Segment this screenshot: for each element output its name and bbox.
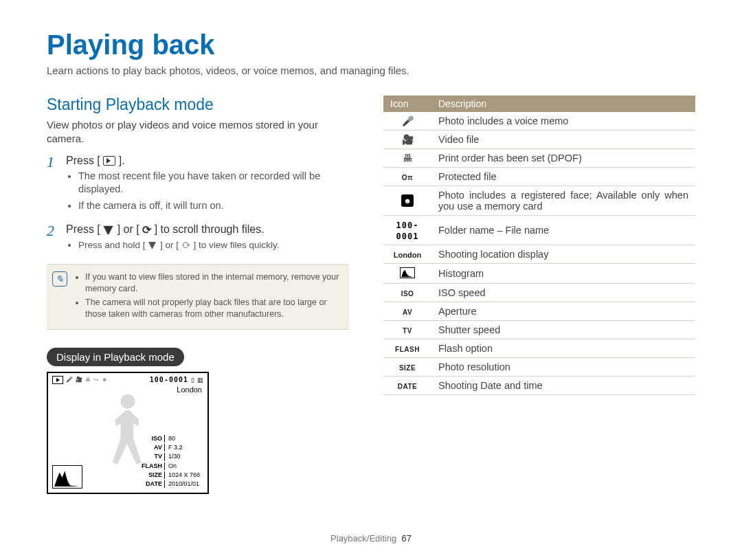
table-row: DATEShooting Date and time [383,377,695,395]
cell-description: Shutter speed [431,321,695,339]
th-description: Description [431,96,695,112]
cell-description: Photo includes a registered face; Availa… [431,186,695,216]
info-val-flash: On [166,462,202,470]
flash-bolt-icon: ⯆ [103,224,114,236]
face-icon: ☻ [383,186,431,216]
av-icon: AV [383,302,431,321]
size-icon: SIZE [383,358,431,377]
page-title: Playing back [47,30,695,60]
cell-description: Aperture [431,302,695,321]
location-icon: London [383,245,431,264]
cell-description: Photo includes a voice memo [431,112,695,131]
play-button-icon [103,156,115,166]
table-row: 🎥Video file [383,131,695,149]
screen-location: London [51,385,205,394]
table-row: FLASHFlash option [383,339,695,358]
folder-file-icon: 100-0001 [383,216,431,245]
page-footer: Playback/Editing 67 [0,533,742,544]
cell-description: Flash option [431,339,695,358]
step-2: 2 Press [ ⯆ ] or [ ⟳ ] to scroll through… [47,223,349,254]
timer-icon: ⟳ [142,223,151,236]
cell-description: ISO speed [431,284,695,302]
screen-histogram [52,465,82,489]
cell-description: Folder name – File name [431,216,695,245]
info-val-tv: 1/30 [166,453,202,460]
screen-folder-file: 100-0001 [150,376,188,383]
protected-icon: Oπ [383,168,431,186]
note-box: ✎ If you want to view files stored in th… [47,264,349,330]
info-label-iso: ISO [139,435,165,443]
screen-face-icon: ☻ [102,377,107,383]
step-1-text-a: Press [ [66,155,100,166]
table-row: AVAperture [383,302,695,321]
note-1: If you want to view files stored in the … [85,271,342,295]
page-intro: Learn actions to play back photos, video… [47,65,695,76]
info-label-date: DATE [139,480,165,488]
section-intro: View photos or play videos and voice mem… [47,118,349,146]
table-row: LondonShooting location display [383,245,695,264]
display-mode-heading: Display in Playback mode [47,348,184,366]
camera-screen: 🎤 🎥 🖶 🗝 ☻ 100-0001 ▯ ▥ London ISO80 [47,372,209,494]
info-val-av: F 3.2 [166,444,202,451]
step-1: 1 Press [ ]. The most recent file you ha… [47,155,349,216]
info-label-flash: FLASH [139,462,165,470]
screen-play-icon [52,376,63,384]
cell-description: Print order has been set (DPOF) [431,149,695,168]
video-icon: 🎥 [383,131,431,149]
step-1-bullet-2: If the camera is off, it will turn on. [78,199,349,213]
info-val-iso: 80 [166,435,202,443]
table-row: OπProtected file [383,168,695,186]
table-row: TVShutter speed [383,321,695,339]
cell-description: Video file [431,131,695,149]
info-label-av: AV [139,444,165,451]
tv-icon: TV [383,321,431,339]
icon-description-table: Icon Description 🎤Photo includes a voice… [383,96,695,395]
note-icon: ✎ [52,271,67,287]
info-label-size: SIZE [139,471,165,479]
step-2-text-a: Press [ [66,223,100,235]
screen-battery-icon: ▥ [197,377,203,383]
info-val-size: 1024 X 768 [166,471,202,479]
cell-description: Shooting Date and time [431,377,695,395]
th-icon: Icon [383,96,431,112]
cell-description: Shooting location display [431,245,695,264]
info-val-date: 2010/01/01 [166,480,202,488]
footer-section: Playback/Editing [330,533,396,544]
note-2: The camera will not properly play back f… [85,297,342,320]
screen-card-icon: ▯ [191,377,194,383]
voice-memo-icon: 🎤 [383,112,431,131]
print-icon: 🖶 [383,149,431,168]
cell-description: Histogram [431,264,695,284]
table-row: ISOISO speed [383,284,695,302]
cell-description: Protected file [431,168,695,186]
step-number: 1 [47,155,59,170]
screen-print-icon: 🖶 [85,377,91,383]
flash-icon: FLASH [383,339,431,358]
table-row: 🎤Photo includes a voice memo [383,112,695,131]
screen-mic-icon: 🎤 [66,377,73,383]
table-row: ☻Photo includes a registered face; Avail… [383,186,695,216]
screen-key-icon: 🗝 [93,377,99,383]
table-row: Histogram [383,264,695,284]
histogram-icon [383,264,431,284]
table-row: 100-0001Folder name – File name [383,216,695,245]
section-heading: Starting Playback mode [47,96,349,114]
screen-info-block: ISO80 AVF 3.2 TV1/30 FLASHOn SIZE1024 X … [138,434,203,490]
step-1-text-b: ]. [119,155,125,166]
footer-page-number: 67 [401,533,411,544]
date-icon: DATE [383,377,431,395]
info-label-tv: TV [139,453,165,460]
step-1-bullet-1: The most recent file you have taken or r… [78,170,349,197]
step-number: 2 [47,223,59,238]
iso-icon: ISO [383,284,431,302]
step-2-text-mid: ] or [ [117,223,139,235]
table-row: SIZEPhoto resolution [383,358,695,377]
step-2-bullet-1: Press and hold [ ⯆ ] or [ ⟳ ] to view fi… [78,239,349,251]
screen-video-icon: 🎥 [76,377,82,383]
table-row: 🖶Print order has been set (DPOF) [383,149,695,168]
step-2-text-b: ] to scroll through files. [155,223,265,235]
cell-description: Photo resolution [431,358,695,377]
